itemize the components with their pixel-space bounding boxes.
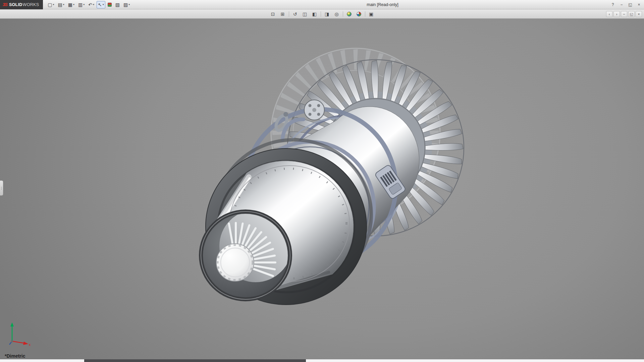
view-settings-button[interactable]: ▣: [368, 11, 375, 17]
previous-view-button[interactable]: ↺: [291, 11, 299, 17]
zoom-to-area-button[interactable]: ⊞: [279, 11, 286, 17]
window-minimize-button[interactable]: −: [618, 2, 625, 8]
doc-restore-button[interactable]: ◱: [628, 11, 635, 17]
view-toolbar: ⊡ ⊞ ↺ ◫ ◧ ◨ ◎: [0, 9, 644, 19]
chevron-down-icon[interactable]: ▾: [53, 3, 54, 6]
3ds-logo-icon: 3S: [3, 2, 7, 7]
new-document-button[interactable]: ▢ ▾: [46, 1, 55, 8]
open-button[interactable]: ▤ ▾: [57, 1, 66, 8]
pane-right-button[interactable]: ›: [613, 11, 620, 17]
undo-button[interactable]: ↶ ▾: [87, 1, 96, 8]
print-icon: ▥: [78, 2, 83, 7]
apply-scene-icon: [357, 12, 361, 16]
titlebar: 3S SOLID WORKS ▢ ▾ ▤ ▾ ▦ ▾ ▥ ▾ ↶ ▾: [0, 0, 644, 9]
window-restore-button[interactable]: ◱: [627, 2, 634, 8]
document-title: main [Read-only]: [367, 2, 398, 7]
brand-name-bold: SOLID: [9, 2, 22, 7]
appearance-toggle-button[interactable]: [106, 1, 113, 8]
toolbar-separator: [289, 11, 289, 17]
open-folder-icon: ▤: [58, 2, 62, 7]
chevron-down-icon[interactable]: ▾: [73, 3, 74, 6]
feature-tree-flyout-handle[interactable]: ⋮: [0, 180, 3, 196]
save-button[interactable]: ▦ ▾: [67, 1, 76, 8]
chevron-down-icon[interactable]: ▾: [128, 3, 130, 6]
zoom-to-fit-icon: ⊡: [271, 12, 275, 16]
doc-minimize-button[interactable]: −: [621, 11, 627, 17]
toolbar-separator: [365, 11, 365, 17]
display-style-icon: ◨: [325, 12, 329, 16]
triad-x-label: x: [29, 343, 31, 347]
chevron-down-icon[interactable]: ▾: [63, 3, 64, 6]
view-orientation-label: *Dimetric: [5, 353, 25, 359]
display-style-button[interactable]: ◨: [323, 11, 331, 17]
window-controls: ? − ◱ ×: [609, 0, 643, 9]
reference-triad: x: [7, 320, 32, 348]
chevron-down-icon[interactable]: ▾: [93, 3, 94, 6]
zoom-to-area-icon: ⊞: [281, 12, 285, 16]
edit-appearance-button[interactable]: [345, 11, 353, 17]
section-view-icon: ◫: [303, 12, 307, 16]
new-document-icon: ▢: [48, 2, 52, 7]
view-toolbar-group: ⊡ ⊞ ↺ ◫ ◧ ◨ ◎: [269, 11, 375, 17]
status-strip: [0, 359, 644, 362]
appearance-toggle-icon: [108, 3, 112, 7]
sheet-properties-button[interactable]: ▧: [114, 1, 121, 8]
view-settings-icon: ▣: [369, 12, 373, 16]
hide-show-items-button[interactable]: ◎: [333, 11, 340, 17]
options-icon: ▨: [123, 2, 128, 7]
toolbar-separator: [343, 11, 343, 17]
select-tool-button[interactable]: ↖ ▾: [97, 1, 105, 8]
brand-name-light: WORKS: [23, 2, 39, 7]
edit-appearance-icon: [347, 12, 352, 16]
window-close-button[interactable]: ×: [635, 2, 643, 8]
accessory-pod: [304, 100, 324, 120]
select-cursor-icon: ↖: [98, 2, 102, 7]
print-button[interactable]: ▥ ▾: [77, 1, 86, 8]
help-button[interactable]: ?: [609, 2, 616, 8]
chevron-down-icon[interactable]: ▾: [83, 3, 85, 6]
sheet-properties-icon: ▧: [115, 2, 120, 7]
view-orientation-icon: ◧: [312, 12, 317, 16]
taskbar-strip[interactable]: [84, 359, 306, 362]
graphics-viewport[interactable]: x *Dimetric ⋮: [0, 19, 644, 359]
engine-model[interactable]: [0, 19, 644, 359]
toolbar-separator: [321, 11, 321, 17]
view-orientation-button[interactable]: ◧: [311, 11, 318, 17]
options-button[interactable]: ▨ ▾: [122, 1, 131, 8]
document-window-controls: ‹ › − ◱ ×: [606, 9, 642, 19]
solidworks-window: 3S SOLID WORKS ▢ ▾ ▤ ▾ ▦ ▾ ▥ ▾ ↶ ▾: [0, 0, 644, 362]
main-toolbar: ▢ ▾ ▤ ▾ ▦ ▾ ▥ ▾ ↶ ▾ ↖ ▾: [46, 1, 131, 8]
previous-view-icon: ↺: [293, 12, 297, 16]
doc-close-button[interactable]: ×: [636, 11, 642, 17]
pane-left-button[interactable]: ‹: [606, 11, 612, 17]
solidworks-logo: 3S SOLID WORKS: [0, 0, 43, 9]
apply-scene-button[interactable]: [355, 11, 363, 17]
save-icon: ▦: [68, 2, 72, 7]
section-view-button[interactable]: ◫: [301, 11, 309, 17]
chevron-down-icon[interactable]: ▾: [103, 3, 104, 6]
zoom-to-fit-button[interactable]: ⊡: [269, 11, 277, 17]
hide-show-items-icon: ◎: [334, 12, 338, 16]
undo-icon: ↶: [88, 2, 92, 7]
